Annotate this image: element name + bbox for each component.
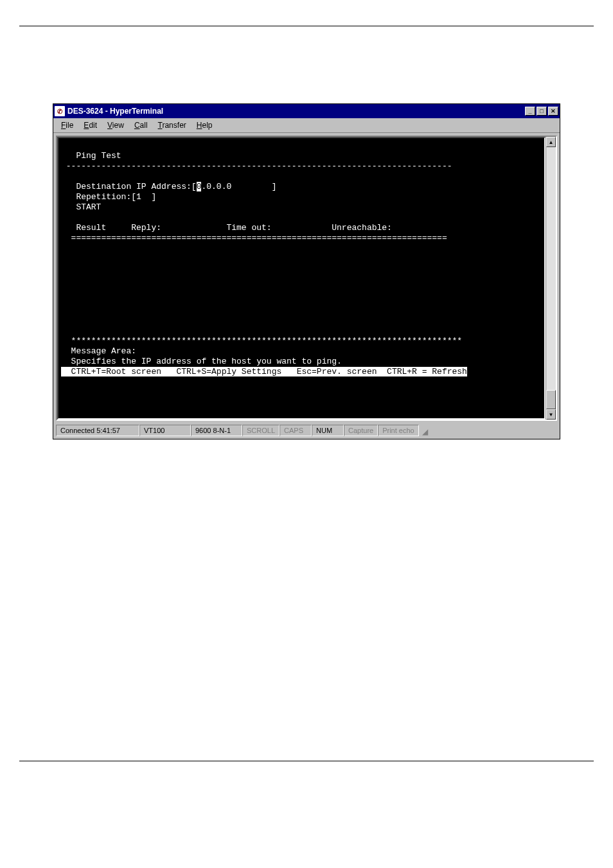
status-settings: 9600 8-N-1 [191, 425, 242, 436]
status-emulation: VT100 [139, 425, 191, 436]
window-title: DES-3624 - HyperTerminal [67, 107, 525, 116]
menu-view[interactable]: View [102, 120, 129, 131]
titlebar: ✆ DES-3624 - HyperTerminal _ □ ✕ [53, 104, 560, 118]
scroll-down-button[interactable]: ▼ [546, 409, 556, 420]
page-divider-top [19, 26, 594, 26]
term-line-sep2: ========================================… [61, 233, 447, 243]
resize-grip-icon[interactable]: ◢ [419, 425, 429, 436]
term-line-sep: ----------------------------------------… [61, 161, 452, 171]
terminal-area: Ping Test ------------------------------… [53, 133, 560, 423]
status-num: NUM [312, 425, 344, 436]
terminal-screen[interactable]: Ping Test ------------------------------… [57, 137, 546, 420]
hyperterminal-window: ✆ DES-3624 - HyperTerminal _ □ ✕ File Ed… [53, 103, 560, 439]
menu-call[interactable]: Call [129, 120, 153, 131]
term-start[interactable]: START [61, 202, 101, 212]
menu-edit[interactable]: Edit [78, 120, 102, 131]
status-connected: Connected 5:41:57 [56, 425, 139, 436]
term-dest-ip-field[interactable]: .0.0.0 ] [201, 182, 276, 191]
term-repetition-field[interactable]: Repetition:[1 ] [61, 192, 156, 202]
app-icon: ✆ [55, 106, 65, 116]
vertical-scrollbar[interactable]: ▲ ▼ [546, 137, 556, 420]
maximize-button[interactable]: □ [537, 107, 547, 116]
status-scroll: SCROLL [242, 425, 280, 436]
term-line-stars: ****************************************… [61, 336, 462, 346]
scroll-thumb[interactable] [546, 390, 556, 409]
status-caps: CAPS [280, 425, 312, 436]
close-button[interactable]: ✕ [548, 107, 558, 116]
status-capture: Capture [344, 425, 378, 436]
term-msg-area-label: Message Area: [61, 346, 136, 356]
statusbar: Connected 5:41:57 VT100 9600 8-N-1 SCROL… [53, 423, 560, 439]
status-printecho: Print echo [378, 425, 419, 436]
scroll-track[interactable] [546, 147, 556, 409]
term-msg-text: Specifies the IP address of the host you… [61, 357, 342, 366]
page-divider-bottom [19, 761, 594, 761]
minimize-button[interactable]: _ [525, 107, 535, 116]
menubar: File Edit View Call Transfer Help [53, 118, 560, 133]
menu-help[interactable]: Help [191, 120, 218, 131]
term-line-title: Ping Test [61, 151, 121, 161]
menu-file[interactable]: File [56, 120, 78, 131]
term-result-header: Result Reply: Time out: Unreachable: [61, 223, 392, 233]
term-dest-ip-label: Destination IP Address:[ [61, 182, 197, 191]
term-hotkeys: CTRL+T=Root screen CTRL+S=Apply Settings… [61, 367, 467, 376]
menu-transfer[interactable]: Transfer [153, 120, 191, 131]
scroll-up-button[interactable]: ▲ [546, 137, 556, 147]
